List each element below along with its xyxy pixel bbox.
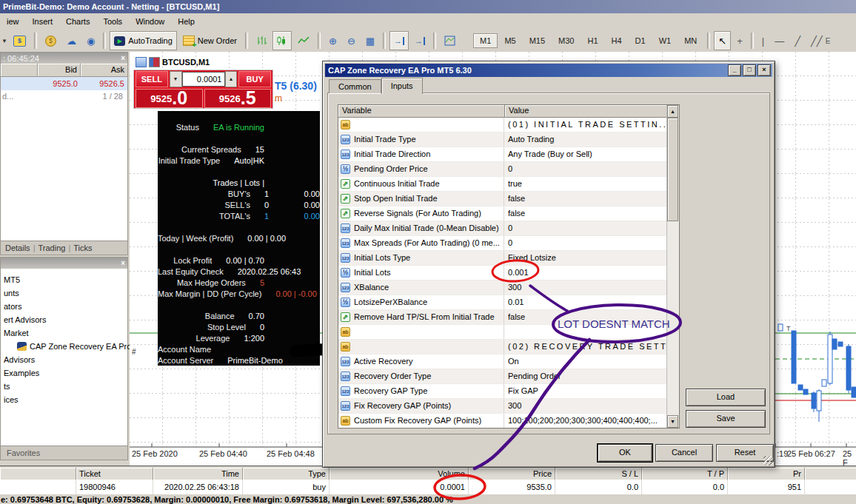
parameter-row[interactable]: Custom Fix Recovery GAP (Points) 100;100… [338, 414, 667, 428]
parameter-row[interactable]: Initial Lots Type Fixed Lotsize [338, 251, 667, 266]
table-scrollbar[interactable]: ▲ ▼ [666, 105, 679, 428]
parameter-row[interactable]: (02) RECOVERY TRADE SETT... [338, 340, 667, 355]
parameter-value[interactable]: 0.001 [508, 268, 529, 277]
parameter-value[interactable]: false [508, 312, 525, 321]
profile-button[interactable]: $ [41, 31, 61, 50]
parameter-row[interactable]: Initial Lots 0.001 [338, 266, 667, 280]
navigator-item[interactable]: unts [1, 286, 127, 300]
menu-item[interactable]: Window [129, 15, 171, 28]
parameter-value[interactable]: (02) RECOVERY TRADE SETT... [508, 342, 667, 351]
parameter-value[interactable]: (01) INITIAL TRADE SETTIN... [508, 120, 667, 129]
parameter-row[interactable]: Active Recovery On [338, 355, 667, 369]
new-order-button[interactable]: New Order [178, 31, 241, 50]
price-column-header[interactable]: Price [469, 468, 555, 480]
sl-column-header[interactable]: S / L [555, 468, 642, 480]
value-column-header[interactable]: Value [505, 105, 667, 118]
buy-button[interactable]: BUY [238, 71, 271, 87]
parameter-row[interactable]: Initial Trade Type Auto Trading [338, 132, 667, 147]
timeframe-button[interactable]: W1 [652, 33, 678, 48]
parameter-value[interactable]: Fixed Lotsize [508, 253, 556, 262]
parameter-row[interactable]: XBalance 300 [338, 280, 667, 295]
parameter-row[interactable]: Fix Recovery GAP (Points) 300 [338, 399, 667, 414]
channel-button[interactable]: ╱╱E [806, 31, 835, 50]
parameter-value[interactable]: Pending Order [508, 372, 561, 380]
timeframe-button[interactable]: H4 [605, 33, 629, 48]
navigator-item[interactable]: MT5 [1, 273, 127, 286]
variable-column-header[interactable]: Variable [338, 105, 505, 118]
vertical-line-button[interactable]: | [758, 31, 769, 50]
navigator-item[interactable]: ert Advisors [1, 313, 127, 326]
trendline-button[interactable]: ╱ [790, 31, 805, 50]
timeframe-button[interactable]: D1 [629, 33, 652, 48]
tab-trading[interactable]: Trading [38, 243, 65, 252]
auto-scroll-button[interactable]: → [410, 31, 429, 50]
volume-column-header[interactable]: Volume [330, 468, 469, 480]
parameter-row[interactable]: (01) INITIAL TRADE SETTIN... [338, 118, 667, 132]
navigator-item[interactable]: ices [1, 393, 127, 406]
parameter-value[interactable]: 0 [508, 224, 512, 232]
scroll-down-button[interactable]: ▼ [667, 415, 678, 428]
parameter-value[interactable]: 100;100;200;200;300;300;400;400;400;... [508, 416, 658, 425]
signal-button[interactable]: ◉ [82, 31, 99, 50]
timeframe-button[interactable]: M1 [473, 33, 498, 48]
navigator-item[interactable]: ators [1, 300, 127, 313]
timeframe-button[interactable]: M30 [552, 33, 581, 48]
menu-item[interactable]: Help [171, 15, 201, 28]
crosshair-button[interactable]: + [732, 31, 747, 50]
parameter-row[interactable]: Initial Trade Direction Any Trade (Buy o… [338, 147, 667, 162]
chart-save-button[interactable] [440, 31, 460, 50]
parameter-value[interactable]: false [508, 194, 525, 203]
parameter-row[interactable]: LotsizePerXBalance 0.01 [338, 295, 667, 310]
parameter-value[interactable]: 0 [508, 238, 512, 247]
parameter-value[interactable]: true [508, 179, 522, 188]
navigator-item[interactable]: Market [1, 326, 127, 340]
time-column-header[interactable]: Time [153, 468, 243, 480]
bid-column-header[interactable]: Bid [38, 64, 81, 76]
parameter-value[interactable]: Auto Trading [508, 135, 554, 144]
chart-shift-button[interactable]: → [389, 31, 409, 50]
trade-row[interactable]: 19800946 2020.02.25 06:43:18 buy 0.0001 … [0, 480, 856, 494]
parameter-value[interactable]: Any Trade (Buy or Sell) [508, 149, 592, 158]
cancel-button[interactable]: Cancel [655, 444, 713, 462]
parameter-row[interactable]: Continuous Initial Trade true [338, 177, 667, 192]
menu-item[interactable]: Tools [96, 15, 129, 28]
navigator-header[interactable]: × [1, 258, 127, 269]
load-button[interactable]: Load [686, 389, 766, 406]
new-chart-button[interactable]: $ [9, 31, 30, 50]
parameter-value[interactable]: On [508, 357, 519, 366]
volume-up-button[interactable]: ▲ [225, 71, 238, 87]
parameter-row[interactable]: Remove Hard TP/SL From Initial Trade fal… [338, 310, 667, 325]
parameter-row[interactable]: Daily Max Initial Trade (0-Mean Disable)… [338, 221, 667, 236]
ok-button[interactable]: OK [598, 444, 652, 462]
window-titlebar[interactable]: PrimeBit-Demo: Demo Account - Netting - … [0, 0, 856, 13]
tile-windows-button[interactable]: ▦ [361, 31, 379, 50]
tp-column-header[interactable]: T / P [642, 468, 728, 480]
parameter-value[interactable]: false [508, 209, 525, 218]
autotrading-button[interactable]: ▶ AutoTrading [110, 31, 177, 50]
current-price-column-header[interactable]: Pr [728, 468, 805, 480]
parameter-row[interactable]: Pending Order Price 0 [338, 162, 667, 177]
dialog-titlebar[interactable]: CAP Zone Recovery EA Pro MT5 6.30 _ □ × [325, 64, 772, 77]
timeframe-button[interactable]: M5 [498, 33, 522, 48]
tab-ticks[interactable]: Ticks [73, 243, 92, 252]
parameter-row[interactable]: Max Spreads (For Auto Trading) (0 me... … [338, 236, 667, 251]
navigator-item[interactable]: Examples [1, 366, 127, 380]
parameter-value[interactable]: Fix GAP [508, 386, 538, 395]
navigator-item[interactable]: ts [1, 380, 127, 393]
sell-button[interactable]: SELL [136, 71, 168, 87]
close-button[interactable]: × [758, 64, 771, 76]
parameter-row[interactable]: Stop Open Initial Trade false [338, 192, 667, 206]
maximize-button[interactable]: □ [743, 64, 756, 76]
dialog-tab[interactable]: Common [329, 79, 381, 93]
cloud-button[interactable]: ☁ [62, 31, 81, 50]
ask-column-header[interactable]: Ask [81, 64, 127, 76]
navigator-item[interactable]: Advisors [1, 353, 127, 366]
parameter-value[interactable]: 0.01 [508, 298, 524, 306]
bar-chart-button[interactable] [252, 31, 271, 50]
ticket-column-header[interactable]: Ticket [76, 468, 153, 480]
minimize-button[interactable]: _ [728, 64, 741, 76]
parameter-row[interactable]: Recovery GAP Type Fix GAP [338, 384, 667, 399]
close-icon[interactable]: × [121, 259, 125, 267]
timeframe-button[interactable]: H1 [581, 33, 604, 48]
parameter-row[interactable]: Reverse Signals (For Auto Trading) false [338, 206, 667, 221]
